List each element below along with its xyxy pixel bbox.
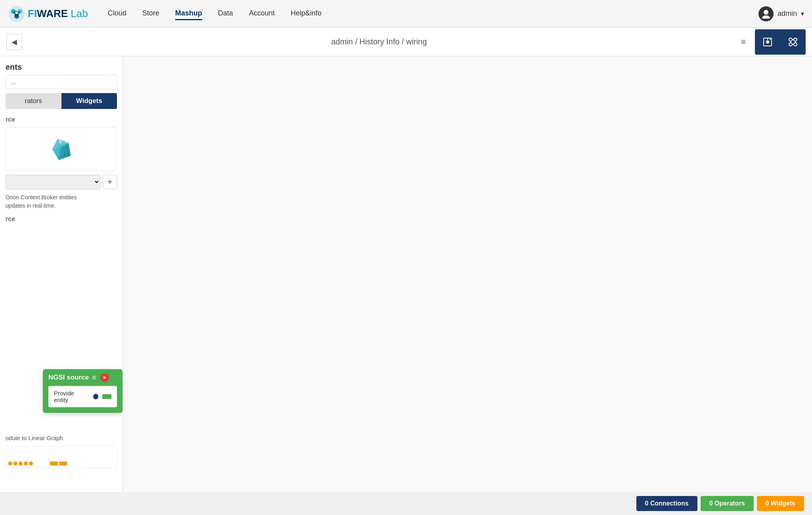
breadcrumb-actions: [755, 29, 806, 55]
nav-mashup[interactable]: Mashup: [175, 8, 202, 20]
nav-links: Cloud Store Mashup Data Account Help&inf…: [108, 8, 747, 20]
logo-icon: [8, 5, 25, 23]
nav-helpinfo[interactable]: Help&info: [291, 8, 322, 20]
nav-account[interactable]: Account: [249, 8, 275, 20]
nav-cloud[interactable]: Cloud: [108, 8, 126, 20]
breadcrumb: admin / History Info / wiring: [26, 37, 732, 46]
entity-dot: [93, 394, 98, 399]
bottom-bar-card: [6, 446, 117, 468]
ngsi-popup-menu-icon[interactable]: ≡: [92, 374, 96, 382]
component-icon-ngsi: [46, 133, 77, 165]
sidebar-header: ents: [0, 56, 123, 75]
svg-point-9: [766, 40, 769, 44]
operators-badge: 0 Operators: [701, 496, 754, 511]
section-source: rce: [0, 113, 123, 125]
add-widget-button[interactable]: [755, 29, 780, 55]
module-label: odule to Linear Graph: [0, 431, 69, 444]
svg-point-14: [789, 38, 792, 41]
ngsi-popup-header: NGSI source ≡ ×: [48, 373, 117, 382]
provide-entity-label: Provide entity: [54, 390, 88, 403]
menu-icon[interactable]: ≡: [736, 34, 751, 50]
ngsi-popup-title: NGSI source: [48, 374, 89, 381]
username: admin: [778, 10, 797, 18]
svg-point-17: [794, 43, 797, 46]
status-bar: 0 Connections 0 Operators 0 Widgets: [0, 492, 812, 515]
version-select[interactable]: [6, 175, 100, 189]
logo: FIWARE Lab: [8, 5, 88, 23]
connections-badge: 0 Connections: [636, 496, 697, 511]
breadcrumb-bar: ◀ admin / History Info / wiring ≡: [0, 28, 812, 56]
component-controls: +: [6, 175, 117, 189]
back-button[interactable]: ◀: [6, 34, 22, 50]
tab-operators[interactable]: rators: [6, 93, 61, 109]
section-source2: rce: [0, 212, 123, 224]
user-menu[interactable]: admin ▾: [758, 6, 804, 21]
sidebar: ents rators Widgets rce: [0, 56, 123, 492]
ngsi-popup-body: Provide entity: [48, 386, 117, 407]
search-input[interactable]: [6, 75, 117, 89]
wiring-canvas[interactable]: [123, 56, 812, 492]
nav-store[interactable]: Store: [142, 8, 159, 20]
user-chevron: ▾: [801, 10, 804, 17]
widgets-badge: 0 Widgets: [757, 496, 804, 511]
ngsi-source-popup: NGSI source ≡ × Provide entity: [43, 369, 123, 413]
top-nav: FIWARE Lab Cloud Store Mashup Data Accou…: [0, 0, 812, 28]
svg-point-7: [764, 10, 768, 15]
component-card-ngsi[interactable]: [6, 127, 117, 171]
svg-point-15: [794, 38, 797, 41]
component-description: Orion Context Broker entities updates in…: [0, 191, 123, 212]
nav-data[interactable]: Data: [218, 8, 233, 20]
svg-point-16: [789, 43, 792, 46]
ngsi-popup-close-button[interactable]: ×: [100, 373, 109, 382]
avatar: [758, 6, 774, 21]
logo-text: FIWARE Lab: [28, 8, 88, 20]
sidebar-tabs: rators Widgets: [6, 93, 117, 109]
tab-widgets[interactable]: Widgets: [61, 93, 117, 109]
connect-button[interactable]: [780, 29, 806, 55]
main-layout: ents rators Widgets rce: [0, 56, 812, 492]
provide-indicator: [102, 394, 111, 399]
add-component-button[interactable]: +: [103, 175, 117, 189]
